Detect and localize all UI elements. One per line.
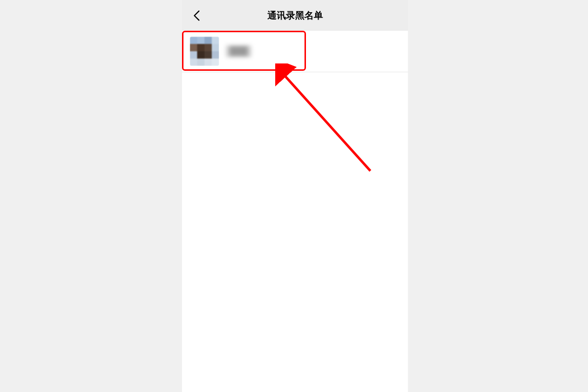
page-title: 通讯录黑名单 — [182, 9, 408, 22]
phone-screen: 通讯录黑名单 ███ — [182, 0, 408, 392]
content-area: ███ — [182, 31, 408, 72]
header-bar: 通讯录黑名单 — [182, 0, 408, 31]
back-button[interactable] — [191, 10, 203, 21]
blacklist-contact-item[interactable]: ███ — [182, 31, 408, 72]
chevron-left-icon — [193, 10, 200, 21]
contact-name: ███ — [226, 45, 251, 57]
contact-avatar — [190, 37, 219, 66]
